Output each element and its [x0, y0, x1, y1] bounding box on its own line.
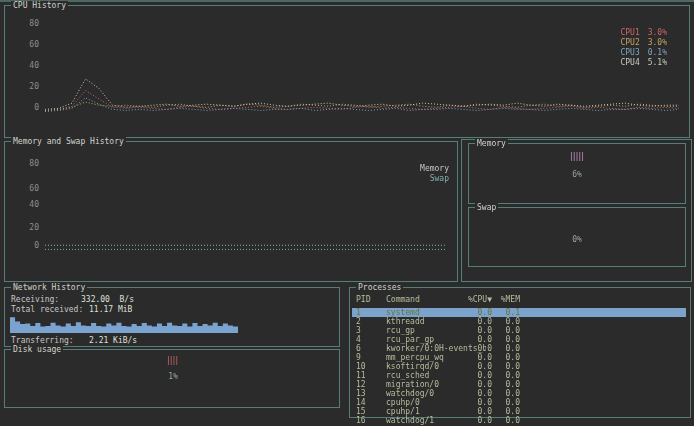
process-pid: 11: [356, 371, 382, 380]
process-mem: 0.0: [494, 371, 520, 380]
memory-swap-legend: Memory Swap: [420, 164, 449, 183]
process-cpu: 0.0: [446, 362, 492, 371]
total-received-value: 11.17 MiB: [89, 305, 132, 314]
cpu-ytick-40: 40: [25, 61, 39, 70]
processes-title: Processes: [356, 283, 403, 292]
process-row[interactable]: 9mm_percpu_wq0.00.0: [352, 353, 686, 362]
process-row[interactable]: 2kthreadd0.00.0: [352, 317, 686, 326]
process-mem: 0.0: [494, 335, 520, 344]
process-mem: 0.0: [494, 317, 520, 326]
network-history-title: Network History: [11, 283, 87, 292]
cpu-ytick-0: 0: [25, 103, 39, 112]
cpu2-label: CPU2: [620, 38, 639, 47]
cpu-legend-item: CPU23.0%: [620, 38, 667, 47]
total-received-label: Total received:: [11, 305, 83, 314]
process-cpu: 0.0: [446, 416, 492, 425]
cpu-history-chart: [43, 12, 683, 116]
process-row[interactable]: 13watchdog/00.00.0: [352, 389, 686, 398]
memory-gauge-panel: Memory 6%: [468, 143, 686, 204]
process-cpu: 0.0: [446, 389, 492, 398]
cpu2-value: 3.0%: [648, 38, 667, 47]
process-row[interactable]: 1systemd0.00.1: [352, 308, 686, 317]
process-mem: 0.0: [494, 416, 520, 425]
cpu-ytick-20: 20: [25, 82, 39, 91]
swap-gauge-value: 0%: [557, 235, 597, 244]
cpu4-value: 5.1%: [648, 58, 667, 67]
disk-usage-panel: Disk usage 1%: [4, 349, 340, 408]
process-cpu: 0.0: [446, 308, 492, 317]
process-mem: 0.0: [494, 362, 520, 371]
process-row[interactable]: 15cpuhp/10.00.0: [352, 407, 686, 416]
process-pid: 3: [356, 326, 382, 335]
cpu-history-panel: CPU History 80 60 40 20 0 CPU13.0% CPU23…: [4, 5, 690, 138]
ms-ytick-20: 20: [25, 223, 39, 232]
swap-gauge-panel: Swap 0%: [468, 207, 686, 267]
process-cpu: 0.0: [446, 380, 492, 389]
memory-gauge-title: Memory: [475, 139, 508, 148]
memory-legend-label: Memory: [420, 164, 449, 174]
cpu4-label: CPU4: [620, 58, 639, 67]
cpu3-label: CPU3: [620, 48, 639, 57]
memory-swap-chart: [43, 148, 451, 256]
col-header-mem[interactable]: %MEM: [494, 295, 520, 304]
receiving-value: 332.00 B/s: [81, 295, 134, 304]
process-pid: 16: [356, 416, 382, 425]
process-mem: 0.0: [494, 398, 520, 407]
process-mem: 0.0: [494, 353, 520, 362]
ms-ytick-40: 40: [25, 200, 39, 209]
process-row[interactable]: 10ksoftirqd/00.00.0: [352, 362, 686, 371]
processes-panel: Processes PID Command %CPU▼ %MEM 1system…: [349, 287, 691, 418]
process-mem: 0.0: [494, 407, 520, 416]
cpu3-value: 0.1%: [648, 48, 667, 57]
process-row[interactable]: 14cpuhp/00.00.0: [352, 398, 686, 407]
process-mem: 0.0: [494, 326, 520, 335]
cpu-history-title: CPU History: [11, 1, 68, 10]
process-mem: 0.1: [494, 308, 520, 317]
process-pid: 12: [356, 380, 382, 389]
process-pid: 2: [356, 317, 382, 326]
process-row[interactable]: 11rcu_sched0.00.0: [352, 371, 686, 380]
process-cpu: 0.0: [446, 398, 492, 407]
process-mem: 0.0: [494, 380, 520, 389]
process-row[interactable]: 12migration/00.00.0: [352, 380, 686, 389]
cpu-ytick-60: 60: [25, 40, 39, 49]
process-row[interactable]: 3rcu_gp0.00.0: [352, 326, 686, 335]
process-cpu: 0.0: [446, 353, 492, 362]
process-pid: 13: [356, 389, 382, 398]
cpu1-label: CPU1: [620, 28, 639, 37]
network-history-panel: Network History Receiving: 332.00 B/s To…: [4, 287, 340, 347]
col-header-cpu-sort[interactable]: %CPU▼: [446, 295, 492, 304]
processes-header-row: PID Command %CPU▼ %MEM: [352, 295, 686, 304]
ms-ytick-80: 80: [25, 159, 39, 168]
process-pid: 10: [356, 362, 382, 371]
transferring-label: Transferring:: [11, 336, 74, 345]
process-row[interactable]: 4rcu_par_gp0.00.0: [352, 335, 686, 344]
ms-ytick-60: 60: [25, 184, 39, 193]
process-cpu: 0.0: [446, 326, 492, 335]
cpu-legend: CPU13.0% CPU23.0% CPU30.1% CPU45.1%: [620, 28, 667, 67]
process-row[interactable]: 6kworker/0:0H-events_high0.00.0: [352, 344, 686, 353]
transferring-value: 2.21 KiB/s: [89, 336, 137, 345]
cpu-legend-item: CPU45.1%: [620, 58, 667, 67]
process-pid: 15: [356, 407, 382, 416]
process-pid: 4: [356, 335, 382, 344]
cpu-ytick-80: 80: [25, 19, 39, 28]
cpu-legend-item: CPU13.0%: [620, 28, 667, 37]
memory-swap-history-title: Memory and Swap History: [11, 137, 126, 146]
cpu1-value: 3.0%: [648, 28, 667, 37]
cpu-legend-item: CPU30.1%: [620, 48, 667, 57]
process-mem: 0.0: [494, 389, 520, 398]
network-receive-sparkline: [10, 314, 238, 333]
process-cpu: 0.0: [446, 407, 492, 416]
col-header-pid[interactable]: PID: [356, 295, 382, 304]
memory-gauge-value: 6%: [557, 170, 597, 179]
process-row[interactable]: 16watchdog/10.00.0: [352, 416, 686, 425]
receiving-label: Receiving:: [11, 295, 59, 304]
disk-usage-title: Disk usage: [11, 345, 63, 354]
swap-gauge-title: Swap: [475, 203, 498, 212]
process-pid: 9: [356, 353, 382, 362]
disk-usage-dots: [167, 356, 179, 365]
process-mem: 0.0: [494, 344, 520, 353]
disk-usage-value: 1%: [153, 372, 193, 381]
memory-swap-history-panel: Memory and Swap History 80 60 40 20 0 Me…: [4, 141, 458, 282]
